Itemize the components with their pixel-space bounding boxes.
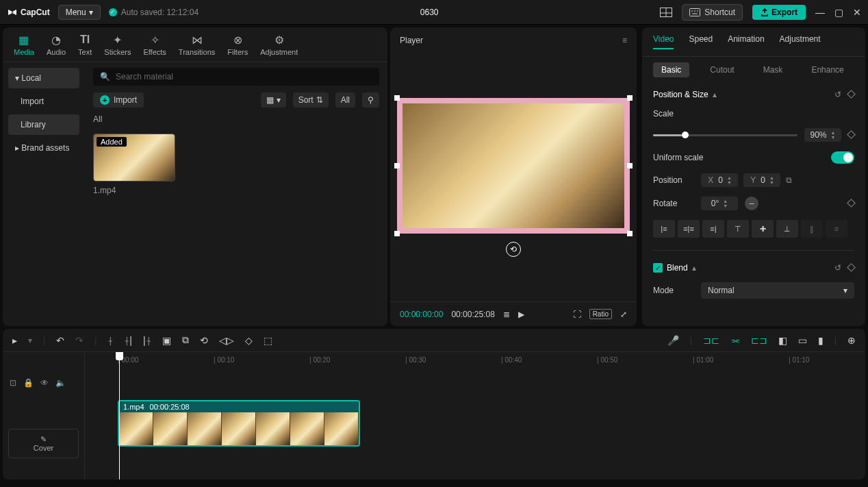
layout-icon[interactable]	[660, 8, 672, 17]
maximize-button[interactable]: ▢	[834, 7, 843, 18]
tab-text[interactable]: TIText	[78, 33, 92, 56]
resize-handle[interactable]	[627, 95, 633, 101]
filter-button[interactable]: ⚲	[362, 92, 379, 108]
split-left-button[interactable]: ⟊|	[124, 335, 132, 346]
tab-effects[interactable]: ✧Effects	[143, 33, 166, 56]
distribute-h-button[interactable]: ‖	[801, 220, 823, 238]
marker-button[interactable]: ▮	[818, 335, 824, 346]
tab-media[interactable]: ▦Media	[14, 33, 34, 56]
close-button[interactable]: ✕	[853, 7, 861, 18]
blend-checkbox[interactable]: ✓	[653, 263, 663, 273]
tab-stickers[interactable]: ✦Stickers	[104, 33, 131, 56]
blend-keyframe-icon[interactable]	[848, 263, 854, 273]
link-button[interactable]: ⫘	[730, 335, 740, 346]
section-blend[interactable]: ✓ Blend▴ ↺	[653, 263, 854, 273]
scale-value-input[interactable]: 90%▲▼	[804, 128, 841, 142]
player-menu-icon[interactable]: ≡	[622, 36, 627, 45]
media-thumbnail[interactable]: Added 1.mp4	[93, 134, 175, 195]
crop-button[interactable]: ▣	[162, 335, 171, 346]
undo-button[interactable]: ↶	[56, 335, 64, 346]
menu-button[interactable]: Menu▾	[58, 5, 101, 20]
split-right-button[interactable]: |⟊	[143, 335, 151, 346]
align-center-v-button[interactable]: ✚	[752, 220, 774, 238]
subtab-enhance[interactable]: Enhance	[803, 62, 852, 77]
align-left-button[interactable]: |≡	[653, 220, 675, 238]
timeline-clip[interactable]: 1.mp400:00:25:08	[118, 400, 360, 447]
link-xy-icon[interactable]: ⧉	[786, 175, 792, 185]
tab-audio[interactable]: ◔Audio	[47, 33, 66, 56]
track-visible-icon[interactable]: ⊡	[10, 378, 16, 388]
sidebar-item-import[interactable]: Import	[8, 91, 79, 112]
tab-video[interactable]: Video	[653, 34, 674, 49]
tab-speed[interactable]: Speed	[689, 34, 713, 49]
resize-handle[interactable]	[627, 163, 633, 168]
tab-filters[interactable]: ⊗Filters	[227, 33, 248, 56]
resize-handle[interactable]	[394, 163, 400, 168]
position-x-input[interactable]: X0▲▼	[701, 173, 738, 187]
crop-ratio-button[interactable]: ⬚	[264, 335, 272, 346]
scale-icon[interactable]: ⛶	[573, 310, 581, 319]
uniform-scale-toggle[interactable]	[831, 151, 854, 164]
keyframe-icon[interactable]	[848, 90, 854, 99]
align-center-h-button[interactable]: ≡|≡	[678, 220, 700, 238]
reset-icon[interactable]: ↺	[834, 90, 841, 99]
tab-adjustment-insp[interactable]: Adjustment	[780, 34, 821, 49]
blend-reset-icon[interactable]: ↺	[834, 263, 841, 273]
sidebar-item-library[interactable]: Library	[8, 114, 79, 135]
playhead[interactable]	[119, 352, 120, 479]
snap-button[interactable]: ⊏⊐	[751, 335, 767, 346]
resize-handle[interactable]	[627, 231, 633, 236]
grid-view-button[interactable]: ▦ ▾	[261, 92, 285, 108]
blend-mode-dropdown[interactable]: Normal▾	[701, 282, 854, 299]
align-bottom-button[interactable]: ⊥	[776, 220, 798, 238]
shortcut-button[interactable]: Shortcut	[682, 4, 743, 21]
split-button[interactable]: ⟊	[107, 335, 113, 346]
export-button[interactable]: Export	[752, 5, 806, 20]
zoom-fit-button[interactable]: ⊕	[847, 335, 856, 346]
position-y-input[interactable]: Y0▲▼	[743, 173, 780, 187]
tab-transitions[interactable]: ⋈Transitions	[179, 33, 215, 56]
track-eye-icon[interactable]: 👁	[40, 378, 49, 388]
fullscreen-button[interactable]: ⤢	[620, 310, 627, 319]
resize-handle[interactable]	[394, 231, 400, 236]
align-top-button[interactable]: ⊤	[727, 220, 749, 238]
align-right-button[interactable]: ≡|	[702, 220, 724, 238]
list-icon[interactable]: ≣	[503, 310, 510, 319]
mic-button[interactable]: 🎤	[667, 335, 679, 346]
distribute-v-button[interactable]: ≡	[826, 220, 847, 238]
reverse-button[interactable]: ⟲	[200, 335, 208, 346]
import-button[interactable]: +Import	[93, 92, 144, 108]
subtab-basic[interactable]: Basic	[653, 62, 689, 77]
mirror-button[interactable]: ◁▷	[219, 335, 234, 346]
rotate-dial[interactable]: –	[745, 197, 758, 210]
timeline-ruler[interactable]: | 00:00| 00:10| 00:20| 00:30| 00:40| 00:…	[85, 352, 865, 371]
pointer-tool[interactable]: ▸	[12, 335, 17, 346]
minimize-button[interactable]: —	[815, 7, 825, 18]
magnet-button[interactable]: ⊐⊏	[703, 335, 719, 346]
player-canvas[interactable]	[397, 98, 630, 234]
scale-keyframe-icon[interactable]	[848, 130, 854, 140]
subtab-cutout[interactable]: Cutout	[702, 62, 742, 77]
duplicate-button[interactable]: ⧉	[182, 334, 189, 346]
sidebar-item-local[interactable]: ▾ Local	[8, 68, 79, 88]
track-button[interactable]: ▭	[798, 335, 807, 346]
preview-button[interactable]: ◧	[778, 335, 787, 346]
rotate-keyframe-icon[interactable]	[848, 199, 854, 208]
rotate-input[interactable]: 0°▲▼	[701, 197, 738, 210]
sort-button[interactable]: Sort ⇅	[293, 92, 329, 108]
cover-button[interactable]: ✎Cover	[8, 429, 79, 458]
subtab-mask[interactable]: Mask	[755, 62, 791, 77]
rotate-handle-icon[interactable]: ⟲	[506, 242, 521, 257]
filter-all-button[interactable]: All	[335, 92, 355, 108]
resize-handle[interactable]	[394, 95, 400, 101]
play-button[interactable]: ▶	[518, 310, 524, 319]
ratio-button[interactable]: Ratio	[589, 309, 612, 319]
track-lock-icon[interactable]: 🔒	[23, 378, 34, 388]
scale-slider[interactable]	[653, 134, 797, 136]
tab-animation[interactable]: Animation	[728, 34, 764, 49]
section-position-size[interactable]: Position & Size▴ ↺	[653, 90, 854, 99]
search-input[interactable]: 🔍 Search material	[93, 68, 379, 86]
sidebar-item-brand[interactable]: ▸ Brand assets	[8, 138, 79, 158]
tab-adjustment[interactable]: ⚙Adjustment	[260, 33, 298, 56]
redo-button[interactable]: ↷	[75, 335, 84, 346]
